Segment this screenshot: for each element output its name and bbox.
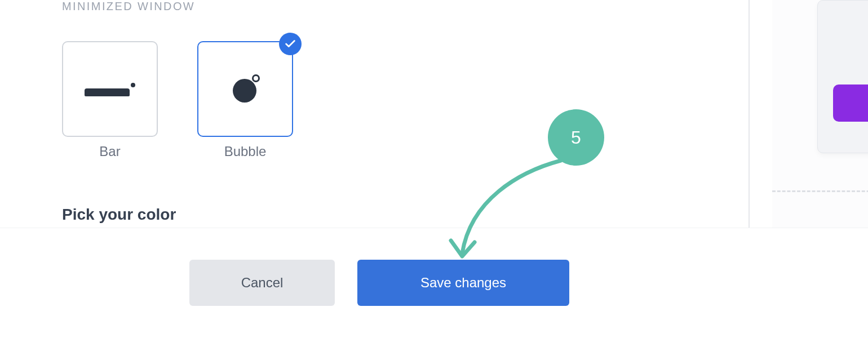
footer-bar: Cancel Save changes	[0, 228, 868, 338]
tutorial-step-badge: 5	[548, 109, 604, 166]
cancel-button[interactable]: Cancel	[189, 260, 335, 306]
divider	[772, 190, 868, 192]
option-label: Bubble	[224, 144, 267, 159]
bar-icon	[85, 82, 135, 96]
minimized-window-options: Bar Bubble	[62, 41, 749, 159]
color-swatch-purple	[833, 84, 868, 122]
preview-card	[817, 0, 868, 153]
color-section-heading: Pick your color	[62, 206, 176, 224]
option-label: Bar	[99, 144, 120, 159]
option-box-bubble[interactable]	[197, 41, 293, 137]
option-bubble[interactable]: Bubble	[197, 41, 293, 159]
section-label: MINIMIZED WINDOW	[62, 0, 749, 13]
option-box-bar[interactable]	[62, 41, 158, 137]
option-bar[interactable]: Bar	[62, 41, 158, 159]
settings-panel: MINIMIZED WINDOW Bar	[23, 0, 750, 228]
check-icon	[279, 33, 302, 55]
bubble-icon	[231, 74, 260, 104]
